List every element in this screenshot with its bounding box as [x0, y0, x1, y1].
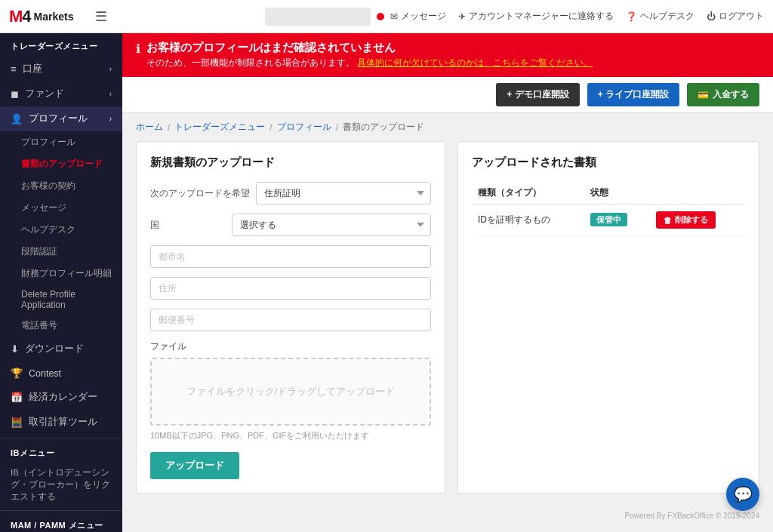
sidebar-download-label: ダウンロード: [25, 343, 84, 355]
breadcrumb-sep-2: /: [269, 122, 272, 133]
calendar-icon: 📅: [11, 392, 23, 403]
uploaded-docs-tbody: IDを証明するもの 保管中 🗑 削除する: [472, 204, 745, 235]
table-row: IDを証明するもの 保管中 🗑 削除する: [472, 204, 745, 235]
sidebar-sub-delete-profile[interactable]: Delete Profile Application: [0, 284, 122, 315]
sidebar-item-funds-left: ◼ ファンド: [11, 88, 64, 100]
alert-subtitle-text: そのため、一部機能が制限される場合があります。: [146, 57, 355, 68]
col-type-header: 種類（タイプ）: [472, 182, 584, 204]
logout-icon: ⏻: [707, 11, 716, 22]
sidebar-sub-financial-profile[interactable]: 財務プロフィール明細: [0, 263, 122, 284]
sidebar-sub-2fa[interactable]: 段階認証: [0, 241, 122, 263]
alert-subtitle: そのため、一部機能が制限される場合があります。 具体的に何が欠けているのかは、こ…: [146, 57, 593, 69]
sidebar-item-contest[interactable]: 🏆 Contest: [0, 361, 122, 385]
address-group: [150, 277, 431, 300]
sidebar-item-calculator[interactable]: 🧮 取引計算ツール: [0, 410, 122, 435]
zip-input[interactable]: [150, 309, 431, 331]
ib-menu-title: IBメニュー: [0, 441, 122, 462]
address-input[interactable]: [150, 277, 431, 300]
page-content: 新規書類のアップロード 次のアップロードを希望 住所証明 国 選択する: [122, 141, 773, 507]
help-icon: ❓: [626, 11, 637, 22]
file-drop-area[interactable]: ファイルをクリック/ドラッグしてアップロード: [150, 358, 431, 426]
account-manager-nav-item[interactable]: ✈ アカウントマネージャーに連絡する: [458, 10, 614, 23]
breadcrumb-current: 書類のアップロード: [343, 121, 424, 134]
mam-menu-title: MAM / PAMM メニュー: [0, 514, 122, 532]
sidebar-download-left: ⬇ ダウンロード: [11, 343, 84, 355]
messages-label: メッセージ: [401, 10, 446, 23]
sidebar-contest-label: Contest: [29, 368, 61, 379]
breadcrumb-profile[interactable]: プロフィール: [277, 121, 331, 134]
sidebar-item-download[interactable]: ⬇ ダウンロード: [0, 337, 122, 361]
sidebar-sub-messages[interactable]: メッセージ: [0, 197, 122, 219]
upload-type-select[interactable]: 住所証明: [256, 182, 431, 204]
alert-text-block: お客様のプロフィールはまだ確認されていません そのため、一部機能が制限される場合…: [146, 41, 593, 69]
download-icon: ⬇: [11, 343, 19, 355]
sidebar-profile-parent-left: 👤 プロフィール: [11, 112, 88, 125]
sidebar-item-funds[interactable]: ◼ ファンド ‹: [0, 81, 122, 106]
sidebar-calculator-label: 取引計算ツール: [29, 416, 97, 429]
country-row: 国 選択する: [150, 214, 431, 236]
traders-menu-title: トレーダーズメニュー: [0, 33, 122, 57]
logo-m4: M4: [9, 7, 31, 26]
doc-action-cell: 🗑 削除する: [650, 204, 745, 235]
delete-doc-button[interactable]: 🗑 削除する: [656, 211, 716, 229]
live-account-button[interactable]: + ライブ口座開設: [587, 83, 679, 106]
hamburger-button[interactable]: ☰: [89, 5, 113, 28]
col-actions-header: [650, 182, 745, 204]
zip-group: [150, 309, 431, 331]
funds-icon: ◼: [11, 88, 19, 100]
demo-account-button[interactable]: + デモ口座開設: [496, 83, 579, 106]
breadcrumb: ホーム / トレーダーズメニュー / プロフィール / 書類のアップロード: [122, 113, 773, 141]
right-panel-title: アップロードされた書類: [472, 155, 745, 170]
header-search-input[interactable]: [265, 8, 371, 26]
sidebar-sub-phone[interactable]: 電話番号: [0, 315, 122, 337]
sidebar-sub-profile[interactable]: プロフィール: [0, 131, 122, 153]
funds-arrow-icon: ‹: [109, 90, 112, 98]
sidebar-item-profile-parent[interactable]: 👤 プロフィール ›: [0, 106, 122, 131]
logout-label: ログアウト: [719, 10, 764, 23]
country-select[interactable]: 選択する: [232, 214, 431, 236]
sidebar-calculator-left: 🧮 取引計算ツール: [11, 416, 97, 429]
chat-fab-button[interactable]: 💬: [726, 478, 759, 511]
header-nav: ✉ メッセージ ✈ アカウントマネージャーに連絡する ❓ ヘルプデスク ⏻ ログ…: [390, 10, 764, 23]
sidebar-item-calendar[interactable]: 📅 経済カレンダー: [0, 385, 122, 410]
breadcrumb-home[interactable]: ホーム: [136, 121, 163, 134]
account-manager-label: アカウントマネージャーに連絡する: [469, 10, 614, 23]
deposit-button[interactable]: 💳 入金する: [687, 83, 759, 106]
col-status-header: 状態: [584, 182, 650, 204]
alert-link[interactable]: 具体的に何が欠けているのかは、こちらをご覧ください。: [357, 57, 593, 68]
breadcrumb-sep-3: /: [336, 122, 338, 133]
uploaded-table-header-row: 種類（タイプ） 状態: [472, 182, 745, 204]
sidebar-sub-helpdesk[interactable]: ヘルプデスク: [0, 219, 122, 241]
sidebar-sub-upload-docs[interactable]: 書類のアップロード: [0, 153, 122, 175]
help-nav-item[interactable]: ❓ ヘルプデスク: [626, 10, 694, 23]
sidebar-ib-item[interactable]: IB（イントロデューシング・ブローカー）をリクエストする: [0, 462, 122, 507]
breadcrumb-sep-1: /: [168, 122, 170, 133]
chat-icon: 💬: [734, 485, 753, 503]
sidebar-divider-2: [0, 510, 122, 511]
messages-nav-item[interactable]: ✉ メッセージ: [390, 10, 446, 23]
uploaded-docs-table: 種類（タイプ） 状態 IDを証明するもの 保管中: [472, 182, 745, 235]
breadcrumb-traders-menu[interactable]: トレーダーズメニュー: [174, 121, 265, 134]
message-icon: ✉: [390, 11, 398, 22]
logo-markets: Markets: [34, 11, 74, 23]
trash-icon: 🗑: [664, 216, 672, 225]
help-label: ヘルプデスク: [640, 10, 694, 23]
top-action-bar: + デモ口座開設 + ライブ口座開設 💳 入金する: [122, 77, 773, 113]
left-panel: 新規書類のアップロード 次のアップロードを希望 住所証明 国 選択する: [136, 141, 445, 494]
sidebar: トレーダーズメニュー ≡ 口座 › ◼ ファンド ‹ 👤 プロフィール › プロ…: [0, 33, 122, 532]
contest-icon: 🏆: [11, 367, 23, 379]
upload-button[interactable]: アップロード: [150, 452, 239, 479]
sidebar-contest-left: 🏆 Contest: [11, 367, 61, 379]
profile-person-icon: 👤: [11, 113, 23, 125]
main-content: ℹ お客様のプロフィールはまだ確認されていません そのため、一部機能が制限される…: [122, 33, 773, 532]
sidebar-sub-contract[interactable]: お客様の契約: [0, 175, 122, 197]
sidebar-calendar-left: 📅 経済カレンダー: [11, 391, 97, 404]
top-header: M4 Markets ☰ ✉ メッセージ ✈ アカウントマネージャーに連絡する …: [0, 0, 773, 33]
upload-type-row: 次のアップロードを希望 住所証明: [150, 182, 431, 204]
city-group: [150, 245, 431, 268]
sidebar-calendar-label: 経済カレンダー: [29, 391, 97, 404]
accounts-icon: ≡: [11, 63, 17, 75]
sidebar-item-accounts[interactable]: ≡ 口座 ›: [0, 57, 122, 81]
logout-nav-item[interactable]: ⏻ ログアウト: [707, 10, 764, 23]
city-input[interactable]: [150, 245, 431, 268]
